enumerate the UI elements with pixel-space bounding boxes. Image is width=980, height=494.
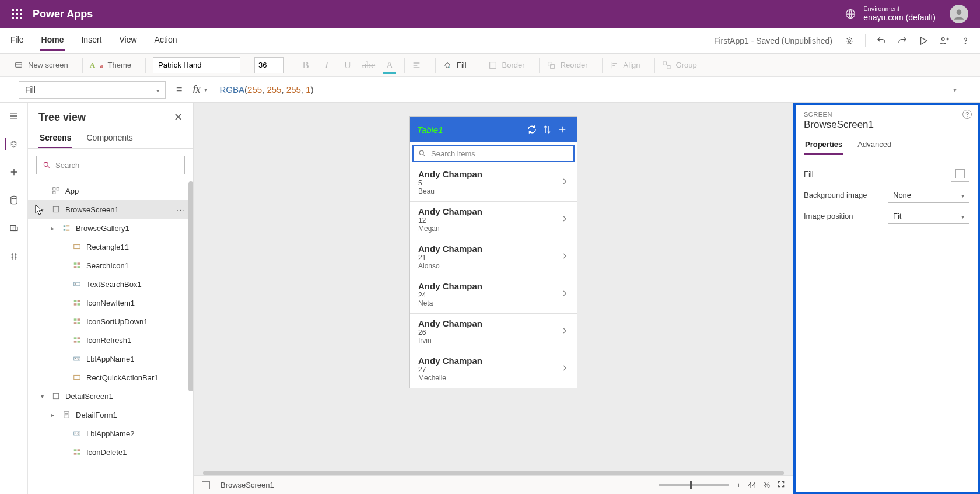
menu-action[interactable]: Action	[153, 30, 178, 51]
user-avatar[interactable]	[950, 5, 968, 23]
select-screen-checkbox[interactable]	[202, 481, 210, 489]
tree-node[interactable]: LblAppName1	[28, 349, 193, 368]
tree-tab-components[interactable]: Components	[85, 129, 134, 148]
chevron-right-icon[interactable]	[561, 289, 569, 300]
tree-node[interactable]: IconRefresh1	[28, 331, 193, 349]
tree-node[interactable]: ▸DetailForm1	[28, 405, 193, 424]
fill-button[interactable]: Fill	[436, 54, 481, 76]
menu-insert[interactable]: Insert	[80, 30, 103, 51]
gallery-icon	[62, 223, 71, 233]
share-icon[interactable]	[939, 36, 950, 46]
tree-node[interactable]: IconDelete1	[28, 443, 193, 461]
undo-icon[interactable]	[876, 36, 887, 46]
svg-point-4	[965, 43, 965, 43]
tree-node-more-icon[interactable]: ···	[176, 205, 186, 214]
tree-scrollbar[interactable]	[188, 181, 193, 391]
reorder-button[interactable]: Reorder	[540, 54, 602, 76]
tree-node-label: LblAppName2	[86, 429, 134, 438]
tree-node[interactable]: TextSearchBox1	[28, 275, 193, 293]
bold-button[interactable]: B	[298, 58, 313, 73]
list-item[interactable]: Andy Champan24Neta	[410, 276, 577, 313]
rail-hamburger-icon[interactable]	[8, 110, 20, 122]
tree-node[interactable]: RectQuickActionBar1	[28, 368, 193, 387]
environment-icon	[845, 8, 856, 20]
app-preview[interactable]: Table1 Search items Andy Champan5BeauAnd…	[410, 117, 577, 388]
chevron-right-icon[interactable]	[561, 252, 569, 262]
refresh-icon[interactable]	[524, 124, 540, 135]
status-screen-name[interactable]: BrowseScreen1	[220, 481, 274, 489]
close-treeview-icon[interactable]: ✕	[174, 111, 183, 124]
tree-node[interactable]: IconSortUpDown1	[28, 312, 193, 331]
expand-formula-icon[interactable]: ▾	[953, 86, 961, 94]
menu-home[interactable]: Home	[40, 30, 65, 51]
tree-node-label: BrowseScreen1	[65, 205, 119, 214]
zoom-slider[interactable]	[659, 484, 729, 486]
align-control-button[interactable]: Align	[603, 54, 654, 76]
app-icon	[51, 186, 61, 195]
tree-node[interactable]: ▸BrowseGallery1	[28, 219, 193, 237]
prop-imagepos-select[interactable]: Fit	[888, 208, 970, 224]
chevron-right-icon[interactable]	[561, 215, 569, 225]
tree-node[interactable]: IconNewItem1	[28, 293, 193, 312]
waffle-icon[interactable]	[12, 9, 22, 19]
border-button[interactable]: Border	[481, 54, 539, 76]
menu-file[interactable]: File	[9, 30, 25, 51]
prop-help-icon[interactable]: ?	[963, 110, 972, 119]
properties-panel: SCREEN BrowseScreen1 ? PropertiesAdvance…	[793, 103, 980, 494]
tree-search-input[interactable]: Search	[36, 156, 185, 174]
app-checker-icon[interactable]	[844, 36, 855, 46]
font-select[interactable]	[153, 57, 240, 73]
prop-bgimage-select[interactable]: None	[888, 187, 970, 203]
tree-tab-screens[interactable]: Screens	[38, 129, 72, 148]
strike-button[interactable]: abc	[361, 58, 376, 73]
chevron-right-icon[interactable]	[561, 364, 569, 374]
tree-node[interactable]: ▾DetailScreen1	[28, 387, 193, 405]
chevron-right-icon[interactable]	[561, 177, 569, 188]
list-item[interactable]: Andy Champan21Alonso	[410, 239, 577, 276]
list-item[interactable]: Andy Champan26Irvin	[410, 313, 577, 351]
list-item[interactable]: Andy Champan12Megan	[410, 201, 577, 239]
rail-data-icon[interactable]	[8, 194, 20, 206]
prop-fill-swatch[interactable]	[951, 166, 970, 182]
theme-button[interactable]: Aa Theme	[83, 54, 145, 76]
text-align-button[interactable]	[405, 54, 435, 76]
help-icon[interactable]	[960, 36, 971, 46]
add-icon[interactable]	[555, 124, 570, 135]
prop-tab-properties[interactable]: Properties	[804, 136, 844, 155]
app-header: Power Apps Environment enayu.com (defaul…	[0, 0, 980, 28]
fit-screen-icon[interactable]	[777, 480, 785, 490]
rail-tools-icon[interactable]	[8, 250, 20, 262]
tree-node[interactable]: ▾BrowseScreen1···	[28, 200, 193, 219]
prop-tab-advanced[interactable]: Advanced	[856, 136, 892, 155]
tree-node[interactable]: App	[28, 181, 193, 200]
fx-button[interactable]: fx▾	[193, 83, 207, 96]
italic-button[interactable]: I	[319, 58, 334, 73]
redo-icon[interactable]	[897, 36, 908, 46]
zoom-in-button[interactable]: +	[736, 481, 741, 489]
font-color-button[interactable]: A	[382, 58, 397, 73]
list-item[interactable]: Andy Champan27Mechelle	[410, 351, 577, 388]
sort-icon[interactable]	[540, 124, 555, 135]
preview-icon[interactable]	[918, 36, 929, 46]
underline-button[interactable]: U	[340, 58, 355, 73]
environment-block[interactable]: Environment enayu.com (default)	[863, 5, 936, 23]
tree-view-title: Tree view	[38, 111, 86, 124]
property-selector[interactable]: Fill	[19, 81, 166, 99]
tree-node[interactable]: Rectangle11	[28, 237, 193, 256]
group-button[interactable]: Group	[655, 54, 711, 76]
chevron-right-icon[interactable]	[561, 327, 569, 337]
rail-insert-icon[interactable]	[8, 166, 20, 178]
rail-treeview-icon[interactable]	[5, 138, 18, 150]
canvas-hscrollbar[interactable]	[203, 471, 784, 475]
formula-input[interactable]: RGBA(255, 255, 255, 1)	[214, 85, 946, 95]
font-size-input[interactable]	[254, 57, 284, 73]
menu-view[interactable]: View	[118, 30, 138, 51]
rail-media-icon[interactable]	[8, 222, 20, 234]
new-screen-button[interactable]: New screen	[7, 54, 82, 76]
svg-rect-33	[74, 303, 77, 306]
tree-node[interactable]: LblAppName2	[28, 424, 193, 443]
list-item[interactable]: Andy Champan5Beau	[410, 164, 577, 201]
zoom-out-button[interactable]: −	[648, 481, 653, 489]
preview-search-input[interactable]: Search items	[412, 145, 575, 162]
tree-node[interactable]: SearchIcon1	[28, 256, 193, 275]
